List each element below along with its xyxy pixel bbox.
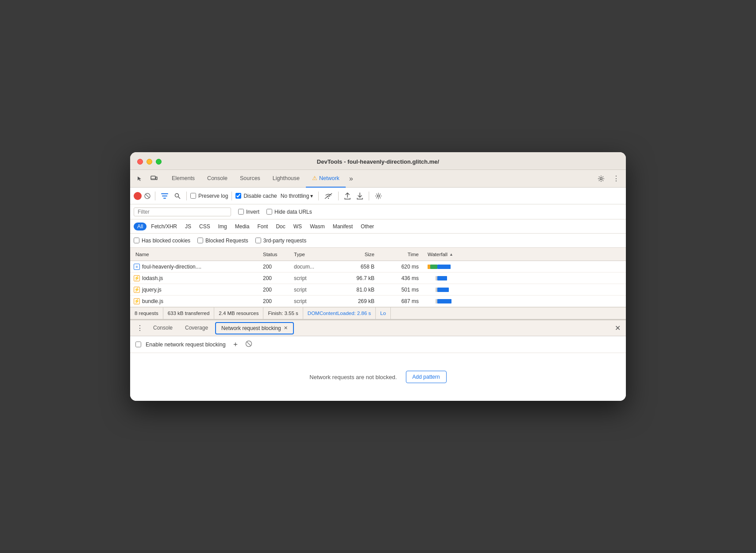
type-btn-ws[interactable]: WS [290,223,305,230]
more-options-icon[interactable]: ⋮ [610,173,622,185]
invert-label[interactable]: Invert [238,209,259,215]
ban-icon [245,340,252,349]
type-btn-font[interactable]: Font [254,223,271,230]
enable-blocking-checkbox[interactable] [135,342,141,347]
no-blocked-message: Network requests are not blocked. Add pa… [130,353,626,401]
device-icon[interactable] [148,173,160,185]
row-size-3: 269 kB [334,298,378,304]
close-bottom-panel-icon[interactable]: ✕ [613,324,622,332]
type-btn-manifest[interactable]: Manifest [329,223,356,230]
third-party-checkbox[interactable] [255,238,261,243]
col-header-name[interactable]: Name [130,252,263,257]
type-btn-media[interactable]: Media [231,223,253,230]
bottom-tab-network-request-blocking[interactable]: Network request blocking ✕ [215,322,294,334]
script-icon: ⚡ [134,287,140,293]
close-button[interactable] [137,159,143,165]
filter-input[interactable] [134,207,231,216]
invert-checkbox[interactable] [238,209,244,215]
col-header-type[interactable]: Type [294,252,334,257]
third-party-label[interactable]: 3rd-party requests [255,238,306,244]
type-btn-wasm[interactable]: Wasm [306,223,328,230]
table-row[interactable]: ≡ foul-heavenly-direction.... 200 docum.… [130,261,626,273]
add-pattern-button[interactable]: Add pattern [406,371,447,383]
type-btn-js[interactable]: JS [181,223,195,230]
bottom-tab-bar: ⋮ Console Coverage Network request block… [130,320,626,336]
divider6 [369,192,369,200]
table-header: Name Status Type Size Time Waterfall ▲ [130,248,626,261]
close-tab-icon[interactable]: ✕ [284,325,288,331]
disable-cache-checkbox[interactable] [235,193,241,199]
bottom-tab-console[interactable]: Console [148,320,178,336]
filter-icon[interactable] [159,192,170,200]
row-size-1: 96.7 kB [334,275,378,281]
bottom-more-icon[interactable]: ⋮ [134,324,146,332]
record-button[interactable] [134,192,142,200]
type-btn-fetch-xhr[interactable]: Fetch/XHR [147,223,181,230]
svg-point-3 [600,177,602,180]
table-row[interactable]: ⚡ jquery.js 200 script 81.0 kB 501 ms [130,284,626,296]
toolbar: Preserve log Disable cache No throttling… [130,188,626,204]
minimize-button[interactable] [147,159,152,165]
type-btn-img[interactable]: Img [215,223,231,230]
stop-button[interactable] [143,192,151,200]
download-icon[interactable] [355,191,365,201]
enable-blocking-row: Enable network request blocking ＋ [130,336,626,353]
col-header-status[interactable]: Status [263,252,294,257]
svg-point-9 [378,195,380,197]
row-time-1: 436 ms [378,275,422,281]
preserve-log-label[interactable]: Preserve log [190,193,228,199]
wifi-icon[interactable] [322,192,335,200]
more-tabs-icon[interactable]: » [346,175,357,183]
search-icon[interactable] [172,192,183,200]
blocked-requests-checkbox[interactable] [197,238,203,243]
svg-point-6 [175,193,179,197]
script-icon: ⚡ [134,275,140,281]
maximize-button[interactable] [156,159,162,165]
titlebar: DevTools - foul-heavenly-direction.glitc… [130,152,626,170]
bottom-tab-coverage[interactable]: Coverage [180,320,213,336]
svg-line-5 [146,194,150,198]
disable-cache-label[interactable]: Disable cache [235,193,277,199]
svg-rect-0 [151,176,155,180]
filter-row: Invert Hide data URLs [130,204,626,219]
type-btn-other[interactable]: Other [357,223,378,230]
col-header-size[interactable]: Size [334,252,378,257]
upload-icon[interactable] [342,191,353,201]
row-type-0: docum... [294,264,334,270]
has-blocked-cookies-label[interactable]: Has blocked cookies [134,238,190,244]
throttle-dropdown[interactable]: No throttling ▾ [279,192,315,200]
cursor-icon[interactable] [134,173,146,185]
blocked-requests-label[interactable]: Blocked Requests [197,238,248,244]
row-waterfall-3 [422,296,626,307]
settings-icon[interactable] [595,173,607,185]
finish-time: Finish: 3.55 s [263,307,303,319]
tab-elements[interactable]: Elements [166,170,201,188]
devtools-window: DevTools - foul-heavenly-direction.glitc… [130,152,626,401]
tab-sources[interactable]: Sources [234,170,266,188]
window-title: DevTools - foul-heavenly-direction.glitc… [317,158,439,165]
hide-data-urls-label[interactable]: Hide data URLs [266,209,312,215]
row-name-0: ≡ foul-heavenly-direction.... [130,264,263,270]
add-pattern-quick-button[interactable]: ＋ [230,339,241,350]
tab-bar-right: ⋮ [595,173,622,185]
tab-console[interactable]: Console [201,170,234,188]
hide-data-urls-checkbox[interactable] [266,209,272,215]
preserve-log-checkbox[interactable] [190,193,196,199]
row-time-0: 620 ms [378,264,422,270]
divider3 [231,192,232,200]
tab-bar: Elements Console Sources Lighthouse ⚠ Ne… [130,170,626,188]
has-blocked-cookies-checkbox[interactable] [134,238,139,243]
row-waterfall-1 [422,273,626,284]
network-table: Name Status Type Size Time Waterfall ▲ ≡… [130,248,626,307]
type-btn-css[interactable]: CSS [196,223,214,230]
table-row[interactable]: ⚡ bundle.js 200 script 269 kB 687 ms [130,296,626,307]
col-header-time[interactable]: Time [378,252,422,257]
tab-lighthouse[interactable]: Lighthouse [266,170,306,188]
type-btn-all[interactable]: All [134,223,147,230]
network-settings-icon[interactable] [373,191,384,201]
table-row[interactable]: ⚡ lodash.js 200 script 96.7 kB 436 ms [130,273,626,284]
tab-network[interactable]: ⚠ Network [306,170,346,188]
type-btn-doc[interactable]: Doc [272,223,289,230]
col-header-waterfall[interactable]: Waterfall ▲ [422,252,626,257]
row-status-0: 200 [263,264,294,270]
